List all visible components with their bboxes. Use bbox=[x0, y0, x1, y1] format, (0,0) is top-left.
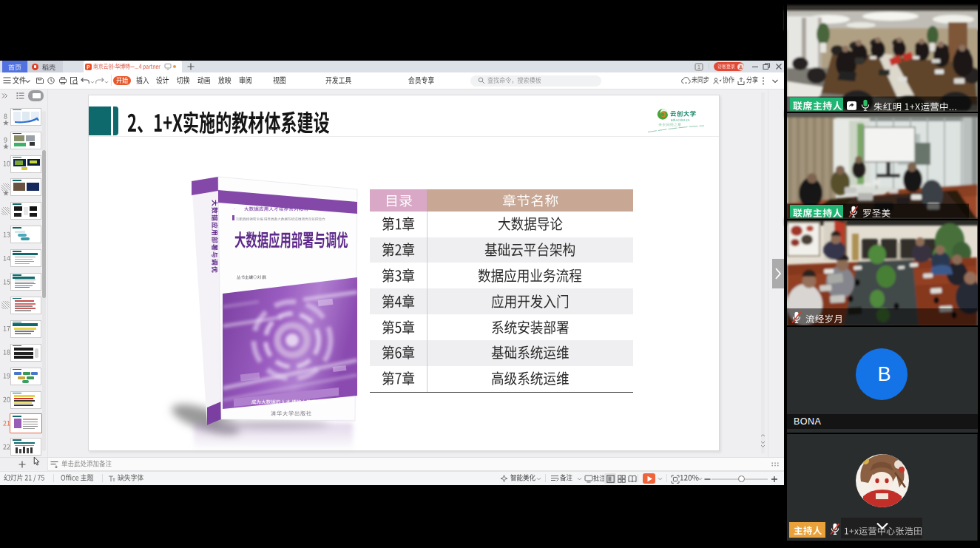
svg-text:1: 1 bbox=[697, 64, 700, 70]
svg-text:·: · bbox=[234, 206, 235, 211]
